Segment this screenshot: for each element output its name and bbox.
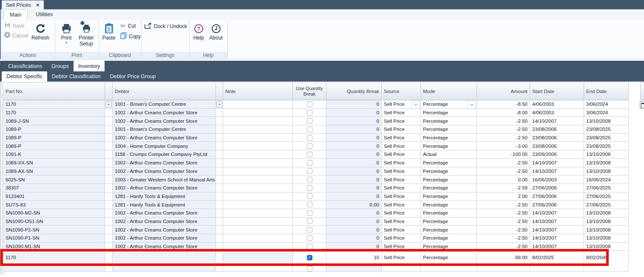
cell-qb[interactable]: 0 (326, 167, 382, 176)
table-row[interactable]: 1170▲1001 - Brown's Computer Centre▲0Sel… (3, 100, 629, 109)
cell-start[interactable]: 27/06/2006 (530, 184, 584, 192)
cell-mode[interactable]: Percentage (421, 243, 477, 251)
cell-part[interactable]: SN1090-M2-SN (3, 209, 105, 218)
cell-part[interactable]: SN1090-M1-SN (3, 243, 105, 251)
cell-part[interactable]: 1170 (3, 252, 105, 263)
cell-useqb[interactable] (293, 184, 326, 192)
cell-mode[interactable]: Percentage (421, 226, 477, 234)
cell-debtor[interactable]: 1002 - Arthur Creams Computer Store (113, 226, 216, 234)
cell-start[interactable]: 14/10/2007 (530, 218, 584, 226)
print-dropdown-icon[interactable]: ▼ (65, 42, 68, 44)
use-quantity-break-checkbox[interactable] (307, 135, 312, 141)
use-quantity-break-checkbox[interactable] (307, 210, 312, 216)
cell-debtor[interactable]: 1002 - Arthur Creams Computer Store (113, 117, 216, 125)
cell-debtor[interactable]: 1002 - Arthur Creams Computer Store (113, 167, 216, 176)
cell-source[interactable]: Sell Price (382, 150, 421, 159)
cell-source[interactable]: Sell Price (382, 167, 421, 176)
cell-amount[interactable]: 0.00 (477, 175, 530, 184)
tab-debtor-specific[interactable]: Debtor Specific (2, 71, 47, 82)
cell-note[interactable] (223, 159, 293, 167)
cell-note[interactable] (223, 252, 293, 263)
cell-part[interactable]: 38307 (3, 184, 105, 192)
cell-start[interactable]: 4/06/2003 (530, 109, 584, 117)
cell-end[interactable]: 13/10/2008 (584, 218, 629, 226)
use-quantity-break-checkbox[interactable] (307, 218, 312, 224)
cell-debtor[interactable]: 1281 - Hardy Tools & Equipment (113, 201, 216, 209)
cell-start[interactable]: 4/06/2003 (530, 100, 584, 109)
table-row[interactable]: 1091-K1158 - Crumps Computer Company Pty… (3, 150, 629, 159)
table-row[interactable]: SN1090-M2-SN1002 - Arthur Creams Compute… (3, 209, 629, 218)
close-icon[interactable]: × (36, 2, 40, 8)
cell-amount[interactable]: -99.00 (477, 252, 530, 263)
cell-debtor[interactable]: 1002 - Arthur Creams Computer Store (113, 184, 216, 192)
column-header-source[interactable]: Source (382, 82, 421, 100)
table-row[interactable]: 6025-SN1003 - Greater Western School of … (3, 175, 629, 184)
cell-mode[interactable]: Percentage (421, 125, 477, 134)
cell-qb[interactable]: 0 (326, 234, 382, 243)
use-quantity-break-checkbox[interactable] (307, 168, 312, 174)
cell-debtor[interactable]: 1003 - Greater Western School of Manual … (113, 175, 216, 184)
cell-end[interactable]: 3/06/2024 (584, 100, 629, 109)
cell-mode[interactable]: Percentage (421, 167, 477, 176)
cell-debtor[interactable]: 1004 - Home Computer Company (113, 142, 216, 150)
cell-mode[interactable]: Percentage (421, 209, 477, 218)
cell-useqb[interactable] (293, 243, 326, 251)
cell-note[interactable] (223, 243, 293, 251)
cell-part[interactable]: SN1090-P1-SN (3, 234, 105, 243)
cell-note[interactable] (223, 150, 293, 159)
cell-debtor[interactable]: 1002 - Arthur Creams Computer Store (113, 218, 216, 226)
cell-part[interactable]: 1170 (3, 109, 105, 117)
cell-part[interactable]: 1089-AX-SN (3, 167, 105, 176)
table-row[interactable]: 383071002 - Arthur Creams Computer Store… (3, 184, 629, 192)
column-header-useqb[interactable]: Use Quantity Break (293, 82, 326, 100)
cell-qb[interactable]: 0 (326, 175, 382, 184)
table-row[interactable]: 1089-P1002 - Arthur Creams Computer Stor… (3, 134, 629, 142)
cell-start[interactable]: 23/08/2006 (530, 134, 584, 142)
cell-useqb[interactable] (293, 167, 326, 176)
cell-amount[interactable] (477, 266, 530, 272)
use-quantity-break-checkbox[interactable] (307, 266, 312, 271)
use-quantity-break-checkbox[interactable] (307, 185, 312, 191)
cell-part[interactable]: SUTS-83 (3, 201, 105, 209)
cell-mode[interactable]: Percentage (421, 192, 477, 201)
cell-source[interactable]: Sell Price (382, 243, 421, 251)
cell-source[interactable]: Sell Price (382, 252, 421, 263)
cell-source[interactable]: Sell Price (382, 184, 421, 192)
tab-inventory[interactable]: Inventory (74, 61, 105, 71)
cell-useqb[interactable] (293, 100, 326, 109)
print-button[interactable]: Print ▼ (58, 22, 75, 44)
cut-button[interactable]: ✂ Cut (120, 23, 136, 29)
cell-end[interactable]: 23/08/2025 (584, 134, 629, 142)
cell-debtor[interactable] (113, 252, 216, 263)
cell-amount[interactable]: -2.59 (477, 184, 530, 192)
use-quantity-break-checkbox[interactable] (307, 177, 312, 182)
cell-debtor[interactable]: 1002 - Arthur Creams Computer Store (113, 109, 216, 117)
calendar-icon[interactable] (640, 101, 644, 108)
cell-useqb[interactable] (293, 226, 326, 234)
cell-start[interactable]: 8/02/2025 (530, 252, 584, 263)
cell-note[interactable] (223, 134, 293, 142)
column-header-sp2[interactable] (216, 82, 223, 100)
table-row[interactable]: 1089-J-SN1002 - Arthur Creams Computer S… (3, 117, 629, 125)
use-quantity-break-checkbox[interactable] (307, 227, 312, 232)
cell-mode[interactable]: Percentage (421, 159, 477, 167)
cell-start[interactable]: 14/10/2007 (530, 234, 584, 243)
column-header-debtor[interactable]: Debtor (113, 82, 216, 100)
cell-part[interactable]: 1089-P (3, 125, 105, 134)
spin-up-icon[interactable]: ▲ (105, 101, 112, 108)
cell-useqb[interactable] (293, 209, 326, 218)
cell-start[interactable]: 16/06/2003 (530, 175, 584, 184)
cell-end[interactable]: 16/06/2024 (584, 175, 629, 184)
cell-note[interactable] (223, 184, 293, 192)
table-row[interactable]: SN1090-P1-SN1002 - Arthur Creams Compute… (3, 234, 629, 243)
cell-debtor[interactable]: 1001 - Brown's Computer Centre (113, 100, 216, 109)
cell-part[interactable]: 1089-P (3, 142, 105, 150)
table-row[interactable]: 1089-XX-SN1002 - Arthur Creams Computer … (3, 159, 629, 167)
cell-mode[interactable]: Percentage (421, 184, 477, 192)
cell-amount[interactable]: -2.50 (477, 134, 530, 142)
cell-qb[interactable]: 0 (326, 209, 382, 218)
cell-start[interactable]: 23/08/2006 (530, 125, 584, 134)
cell-part[interactable] (3, 266, 105, 272)
save-button[interactable]: Save (4, 22, 24, 30)
use-quantity-break-checkbox-checked[interactable]: ✓ (307, 255, 312, 260)
